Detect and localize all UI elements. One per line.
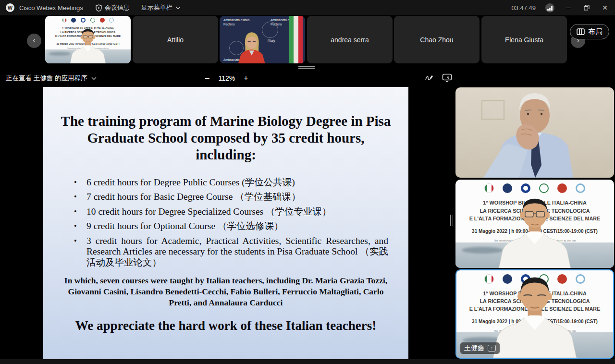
show-menubar-button[interactable]: 显示菜单栏: [141, 3, 181, 12]
workshop-logos: [455, 183, 614, 193]
participant-thumbnail-chao-zhou[interactable]: Chao Zhou: [394, 16, 480, 63]
participant-name: Chao Zhou: [420, 36, 453, 44]
app-title: Cisco Webex Meetings: [19, 4, 83, 12]
restore-icon: [584, 5, 590, 11]
participant-avatar: [455, 87, 614, 178]
panel-resize-handle[interactable]: [450, 215, 455, 228]
farnesina-logo-icon: [484, 183, 494, 193]
active-speaker-name-tag: 王健鑫 ↑: [460, 342, 500, 354]
ambassador-avatar: [230, 29, 280, 63]
university-pisa-logo-icon: [503, 183, 512, 193]
pen-squiggle-icon: [425, 73, 434, 82]
farnesina-logo-icon: [62, 18, 67, 23]
molecule-logo-icon: [557, 183, 567, 193]
slide-bullet: 3 credit hours for Academic, Practical A…: [73, 236, 388, 268]
participant-name: Elena Giusta: [505, 36, 543, 44]
shared-content-area: The training program of Marine Biology D…: [0, 86, 615, 359]
video-panel-presenter-secondary[interactable]: 1° WORSHOP BILATERALE ITALIA-CHINA LA RI…: [455, 180, 614, 268]
slide-closing-line: We appreciate the hard work of these Ita…: [53, 318, 399, 333]
chevron-down-icon: [91, 77, 97, 80]
seahorse-logo-icon: [109, 18, 114, 23]
show-menubar-label: 显示菜单栏: [141, 3, 172, 12]
video-panel-presenter-active[interactable]: 1° WORSHOP BILATERALE ITALIA-CHINA LA RI…: [455, 269, 614, 359]
participant-name: andrea serra: [331, 36, 369, 44]
screen-cursor-icon: [442, 73, 452, 82]
molecule-logo-icon: [100, 18, 105, 23]
zoom-in-button[interactable]: +: [244, 74, 248, 83]
viewing-status-dropdown[interactable]: 正在查看 王健鑫 的应用程序: [6, 74, 97, 83]
layout-button-label: 布局: [588, 27, 603, 36]
chevron-down-icon: [175, 6, 181, 10]
workshop-logos: [45, 18, 131, 23]
shared-slide: The training program of Marine Biology D…: [43, 87, 408, 359]
annotate-button[interactable]: [425, 73, 434, 82]
slide-bullet: 7 credit hours for Basic Degree Course （…: [73, 192, 388, 202]
filmstrip-resize-handle[interactable]: [298, 66, 315, 70]
webex-logo-icon: W: [6, 3, 14, 12]
view-options-button[interactable]: [442, 73, 452, 82]
embassy-backdrop-text: Pechino: [223, 23, 249, 27]
network-signal-icon[interactable]: [545, 3, 554, 12]
layout-button[interactable]: 布局: [570, 24, 609, 39]
filmstrip-scroll-left-button[interactable]: ‹: [27, 34, 41, 48]
layout-grid-icon: [577, 28, 585, 35]
participant-thumbnail-attilio[interactable]: Attilio: [133, 16, 218, 63]
minimize-button[interactable]: ─: [564, 4, 573, 12]
slide-paragraph: In which, seven courses were taught by I…: [56, 275, 396, 308]
title-bar: W Cisco Webex Meetings 会议信息 显示菜单栏 03:47:…: [0, 0, 615, 15]
participant-thumbnail-presenter[interactable]: 1° WORSHOP BILATERALE ITALIA-CHINA LA RI…: [45, 16, 131, 63]
slide-bullet: 6 credit hours for Degree Public Courses…: [73, 177, 388, 188]
presenter-name: 王健鑫: [464, 344, 484, 352]
meeting-info-button[interactable]: 会议信息: [96, 3, 130, 12]
participant-thumbnail-embassy[interactable]: Ambasciata d'Italia Pechino Ambasciata d…: [220, 16, 305, 63]
screen-share-icon: ↑: [488, 345, 496, 352]
meeting-info-label: 会议信息: [105, 3, 130, 12]
embassy-video: Ambasciata d'Italia Pechino Ambasciata d…: [220, 16, 305, 63]
zoom-level: 112%: [219, 74, 235, 82]
participant-filmstrip: ‹ 1° WORSHOP BILATERALE ITALIA-CHINA LA …: [0, 15, 615, 65]
webex-window: W Cisco Webex Meetings 会议信息 显示菜单栏 03:47:…: [0, 0, 615, 364]
conisma-logo-icon: [521, 183, 530, 193]
viewing-status-text: 正在查看 王健鑫 的应用程序: [6, 74, 87, 83]
conisma-logo-icon: [81, 18, 86, 23]
bottom-window-strip: [0, 359, 615, 364]
slide-bullet: 9 credit hours for Optional Course （学位选修…: [73, 221, 388, 231]
seahorse-logo-icon: [576, 183, 585, 193]
close-button[interactable]: ✕: [601, 4, 609, 12]
shield-icon: [96, 4, 102, 12]
slide-title: The training program of Marine Biology D…: [60, 113, 392, 163]
zoom-controls: − 112% +: [205, 70, 248, 86]
slide-bullet: 10 credit hours for Degree Specialized C…: [73, 206, 388, 217]
participant-name: Attilio: [167, 36, 184, 44]
italian-flag: [289, 16, 303, 63]
workshop-slide-background: 1° WORSHOP BILATERALE ITALIA-CHINA LA RI…: [455, 180, 614, 268]
university-pisa-logo-icon: [71, 18, 76, 23]
share-view-bar: 正在查看 王健鑫 的应用程序 − 112% +: [0, 70, 615, 86]
meeting-clock: 03:47:49: [511, 4, 536, 12]
presenter-avatar: [66, 26, 110, 63]
slide-bullet-list: 6 credit hours for Degree Public Courses…: [73, 177, 388, 272]
video-panel-participant[interactable]: [455, 87, 614, 178]
zoom-out-button[interactable]: −: [205, 73, 210, 84]
workshop-slide-background: 1° WORSHOP BILATERALE ITALIA-CHINA LA RI…: [45, 16, 131, 63]
ispra-logo-icon: [90, 18, 95, 23]
presenter-avatar: [490, 194, 579, 268]
ispra-logo-icon: [539, 183, 549, 193]
embassy-backdrop-text: Ambasciata d'Italia: [223, 18, 249, 23]
participant-thumbnail-elena-giusta[interactable]: Elena Giusta: [481, 16, 567, 63]
participant-thumbnail-andrea-serra[interactable]: andrea serra: [307, 16, 393, 63]
restore-button[interactable]: [582, 5, 591, 11]
